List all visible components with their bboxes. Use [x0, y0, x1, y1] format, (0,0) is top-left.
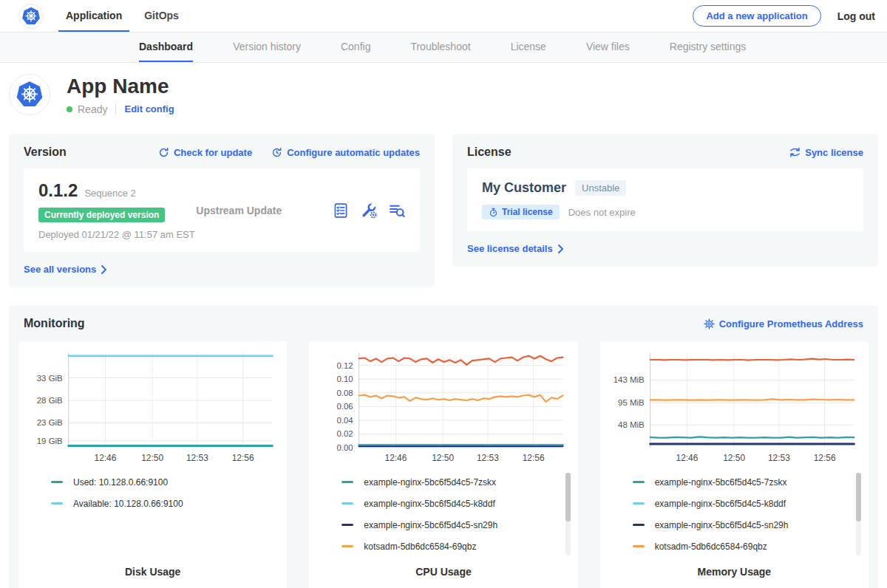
svg-text:95 MiB: 95 MiB: [618, 398, 645, 407]
version-card-title: Version: [24, 146, 67, 159]
svg-text:0.06: 0.06: [337, 402, 353, 411]
svg-text:12:53: 12:53: [186, 453, 208, 463]
legend: Used: 10.128.0.66:9100Available: 10.128.…: [18, 471, 287, 558]
charts-row: 12:4612:5012:5312:5633 GiB28 GiB23 GiB19…: [18, 341, 869, 588]
legend-label: example-nginx-5bc6f5d4c5-7zskx: [655, 477, 787, 488]
legend-dash: [633, 524, 645, 526]
svg-text:143 MiB: 143 MiB: [613, 375, 644, 384]
top-tab-application[interactable]: Application: [58, 0, 129, 32]
license-card-title: License: [467, 146, 512, 159]
configure-automatic-updates-link[interactable]: Configure automatic updates: [271, 147, 420, 158]
svg-text:12:46: 12:46: [385, 453, 407, 463]
app-nav: DashboardVersion historyConfigTroublesho…: [0, 33, 887, 63]
legend-item[interactable]: Available: 10.128.0.66:9100: [51, 493, 287, 514]
scrollbar-thumb[interactable]: [856, 473, 861, 522]
svg-text:12:46: 12:46: [676, 453, 698, 463]
monitoring-card: Monitoring Configure Prometheus Address …: [9, 305, 878, 588]
check-for-update-link[interactable]: Check for update: [158, 147, 252, 158]
legend-item[interactable]: example-nginx-5bc6f5d4c5-k8ddf: [341, 493, 577, 514]
chart-title: Memory Usage: [600, 566, 869, 588]
kubernetes-logo-icon[interactable]: [18, 4, 44, 29]
legend-item[interactable]: example-nginx-5bc6f5d4c5-sn29h: [633, 514, 869, 536]
legend-item[interactable]: example-nginx-5bc6f5d4c5-k8ddf: [633, 493, 869, 514]
svg-text:0.00: 0.00: [337, 443, 353, 452]
monitoring-title: Monitoring: [24, 317, 85, 330]
deployed-timestamp: Deployed 01/21/22 @ 11:57 am EST: [38, 229, 196, 240]
edit-config-wrench-icon[interactable]: [361, 202, 377, 219]
legend-label: Used: 10.128.0.66:9100: [73, 477, 168, 488]
legend-label: kotsadm-5db6dc6584-69qbz: [364, 541, 476, 552]
add-application-button[interactable]: Add a new application: [693, 5, 820, 27]
refresh-icon: [158, 147, 169, 158]
svg-text:12:56: 12:56: [813, 453, 835, 463]
view-logs-icon[interactable]: [389, 202, 405, 219]
legend-scrollbar[interactable]: [856, 473, 861, 555]
svg-text:12:50: 12:50: [141, 453, 163, 463]
disk-usage-panel: 12:4612:5012:5312:5633 GiB28 GiB23 GiB19…: [18, 341, 287, 588]
channel-badge: Unstable: [575, 180, 626, 196]
tab-troubleshoot[interactable]: Troubleshoot: [410, 33, 470, 62]
svg-text:28 GiB: 28 GiB: [37, 396, 63, 405]
legend-item[interactable]: example-nginx-5bc6f5d4c5-7zskx: [633, 471, 869, 493]
top-nav-tabs: ApplicationGitOps: [58, 0, 194, 32]
svg-text:0.02: 0.02: [337, 429, 353, 438]
svg-text:12:46: 12:46: [95, 453, 117, 463]
svg-text:12:50: 12:50: [432, 453, 455, 463]
preflight-checks-icon[interactable]: [333, 202, 349, 219]
top-tab-gitops[interactable]: GitOps: [137, 0, 186, 32]
legend-scrollbar[interactable]: [565, 473, 571, 555]
version-card: Version Check for update Configure au: [9, 134, 435, 287]
see-license-details-link[interactable]: See license details: [467, 243, 564, 254]
legend-item[interactable]: kotsadm-5db6dc6584-69qbz: [341, 536, 577, 557]
configure-prometheus-link[interactable]: Configure Prometheus Address: [704, 318, 863, 329]
legend-label: kotsadm-5db6dc6584-69qbz: [655, 541, 767, 552]
customer-name: My Customer: [482, 180, 566, 196]
logout-link[interactable]: Log out: [837, 10, 875, 22]
stopwatch-icon: [489, 208, 498, 217]
chart-title: CPU Usage: [309, 566, 577, 588]
legend-item[interactable]: Used: 10.128.0.66:9100: [51, 471, 287, 493]
tab-view-files[interactable]: View files: [586, 33, 630, 62]
divider: [115, 104, 116, 114]
deployed-badge: Currently deployed version: [38, 208, 165, 222]
svg-text:33 GiB: 33 GiB: [37, 374, 63, 383]
main-content: Version Check for update Configure au: [0, 134, 887, 588]
legend-dash: [633, 502, 645, 505]
scrollbar-thumb[interactable]: [565, 473, 571, 522]
app-status: Ready: [78, 103, 107, 115]
tab-registry-settings[interactable]: Registry settings: [670, 33, 746, 62]
legend: example-nginx-5bc6f5d4c5-7zskxexample-ng…: [309, 471, 577, 558]
svg-text:23 GiB: 23 GiB: [37, 418, 63, 427]
legend-label: example-nginx-5bc6f5d4c5-k8ddf: [364, 499, 495, 509]
svg-text:12:53: 12:53: [477, 453, 499, 463]
sync-license-link[interactable]: Sync license: [789, 147, 863, 158]
edit-config-link[interactable]: Edit config: [124, 103, 174, 114]
svg-text:0.04: 0.04: [337, 416, 354, 425]
gear-icon: [704, 318, 715, 329]
see-all-versions-link[interactable]: See all versions: [24, 264, 107, 275]
tab-license[interactable]: License: [511, 33, 546, 62]
legend-label: example-nginx-5bc6f5d4c5-sn29h: [364, 520, 497, 530]
svg-text:12:56: 12:56: [232, 453, 254, 463]
tab-dashboard[interactable]: Dashboard: [139, 33, 193, 62]
cpu-usage-panel: 12:4612:5012:5312:560.120.100.080.060.04…: [309, 341, 577, 588]
legend-item[interactable]: kotsadm-5db6dc6584-69qbz: [633, 536, 869, 557]
svg-text:48 MiB: 48 MiB: [618, 420, 645, 429]
svg-text:12:56: 12:56: [523, 453, 545, 463]
memory-usage-chart: 12:4612:5012:5312:56143 MiB95 MiB48 MiB: [600, 349, 869, 467]
legend-dash: [341, 481, 353, 483]
svg-text:0.08: 0.08: [337, 389, 353, 397]
legend-label: Available: 10.128.0.66:9100: [73, 499, 183, 509]
legend-label: example-nginx-5bc6f5d4c5-k8ddf: [655, 499, 786, 509]
version-number: 0.1.2: [38, 180, 78, 201]
legend-item[interactable]: example-nginx-5bc6f5d4c5-7zskx: [341, 471, 577, 493]
memory-usage-panel: 12:4612:5012:5312:56143 MiB95 MiB48 MiBe…: [600, 341, 869, 588]
legend-dash: [51, 481, 63, 483]
status-dot: [67, 106, 72, 112]
legend-item[interactable]: example-nginx-5bc6f5d4c5-sn29h: [341, 514, 577, 536]
legend-dash: [341, 545, 353, 547]
tab-version-history[interactable]: Version history: [233, 33, 301, 62]
license-type-badge: Trial license: [482, 205, 560, 219]
tab-config[interactable]: Config: [341, 33, 370, 62]
svg-text:0.10: 0.10: [337, 375, 353, 383]
